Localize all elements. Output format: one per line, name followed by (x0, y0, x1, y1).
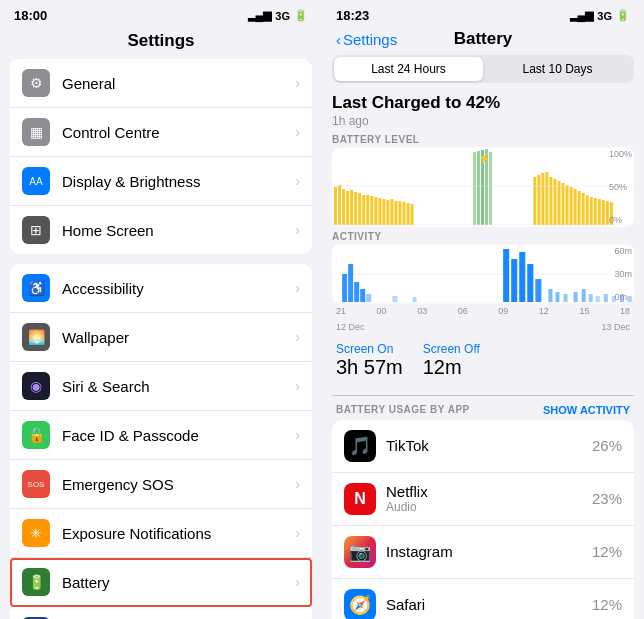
svg-rect-66 (564, 294, 568, 302)
svg-rect-16 (398, 201, 401, 225)
settings-item-control-centre[interactable]: ▦Control Centre› (10, 108, 312, 157)
app-name-3: Safari (386, 596, 592, 613)
left-panel: 18:00 ▂▄▆ 3G 🔋 Settings ⚙General›▦Contro… (0, 0, 322, 619)
settings-item-exposure[interactable]: ✳Exposure Notifications› (10, 509, 312, 558)
charge-title: Last Charged to 42% (332, 93, 634, 113)
app-pct-1: 23% (592, 490, 622, 507)
app-icon-tiktok: 🎵 (344, 430, 376, 462)
app-usage-item-2[interactable]: 📷Instagram12% (332, 526, 634, 579)
svg-rect-38 (582, 193, 585, 225)
app-name-2: Instagram (386, 543, 592, 560)
time-label-21: 21 (336, 306, 346, 316)
faceid-label: Face ID & Passcode (62, 427, 291, 444)
svg-rect-58 (413, 297, 417, 302)
right-time: 18:23 (336, 8, 369, 23)
svg-rect-11 (378, 198, 381, 225)
svg-rect-32 (557, 181, 560, 225)
svg-rect-10 (374, 197, 377, 225)
svg-rect-20 (473, 152, 476, 225)
svg-rect-5 (354, 192, 357, 225)
general-chevron: › (295, 75, 300, 91)
svg-rect-45 (610, 202, 613, 225)
settings-item-home-screen[interactable]: ⊞Home Screen› (10, 206, 312, 254)
battery-content: Last 24 Hours Last 10 Days Last Charged … (322, 55, 644, 619)
time-label-18: 18 (620, 306, 630, 316)
settings-sections: ⚙General›▦Control Centre›AADisplay & Bri… (0, 59, 322, 619)
app-info-3: Safari (386, 596, 592, 613)
accessibility-chevron: › (295, 280, 300, 296)
svg-rect-12 (382, 199, 385, 225)
svg-rect-63 (535, 279, 541, 302)
svg-rect-28 (541, 173, 544, 225)
svg-rect-13 (386, 200, 389, 225)
svg-rect-18 (406, 203, 409, 225)
settings-item-wallpaper[interactable]: 🌅Wallpaper› (10, 313, 312, 362)
date-labels: 12 Dec 13 Dec (332, 322, 634, 336)
battery-icon: 🔋 (294, 9, 308, 22)
wallpaper-label: Wallpaper (62, 329, 291, 346)
svg-rect-65 (555, 292, 559, 302)
left-status-bar: 18:00 ▂▄▆ 3G 🔋 (0, 0, 322, 27)
app-usage-item-0[interactable]: 🎵TikTok26% (332, 420, 634, 473)
settings-item-general[interactable]: ⚙General› (10, 59, 312, 108)
screen-off-value: 12m (423, 356, 480, 379)
svg-rect-55 (360, 289, 365, 302)
right-nav: ‹ Settings Battery (322, 27, 644, 55)
svg-rect-44 (606, 201, 609, 225)
segment-24h[interactable]: Last 24 Hours (334, 57, 483, 81)
svg-rect-6 (358, 193, 361, 225)
settings-item-siri[interactable]: ◉Siri & Search› (10, 362, 312, 411)
right-signal-icon: ▂▄▆ (570, 9, 594, 22)
settings-item-accessibility[interactable]: ♿Accessibility› (10, 264, 312, 313)
screen-on-stat: Screen On 3h 57m (336, 342, 403, 379)
svg-rect-2 (342, 189, 345, 225)
usage-header: BATTERY USAGE BY APP SHOW ACTIVITY (332, 400, 634, 420)
svg-rect-40 (590, 197, 593, 225)
settings-item-display[interactable]: AADisplay & Brightness› (10, 157, 312, 206)
time-label-09: 09 (498, 306, 508, 316)
app-usage-item-1[interactable]: NNetflixAudio23% (332, 473, 634, 526)
control-centre-chevron: › (295, 124, 300, 140)
time-label-12: 12 (539, 306, 549, 316)
svg-rect-74 (627, 296, 632, 302)
accessibility-label: Accessibility (62, 280, 291, 297)
settings-item-faceid[interactable]: 🔓Face ID & Passcode› (10, 411, 312, 460)
accessibility-icon: ♿ (22, 274, 50, 302)
svg-rect-36 (574, 189, 577, 225)
screen-on-label: Screen On (336, 342, 403, 356)
show-activity-button[interactable]: SHOW ACTIVITY (543, 404, 630, 416)
date-left: 12 Dec (336, 322, 365, 332)
app-pct-3: 12% (592, 596, 622, 613)
settings-item-privacy[interactable]: ✋Privacy› (10, 607, 312, 619)
settings-title: Settings (0, 27, 322, 59)
settings-item-battery[interactable]: 🔋Battery› (10, 558, 312, 607)
usage-title: BATTERY USAGE BY APP (336, 404, 470, 415)
svg-rect-53 (348, 264, 353, 302)
app-pct-2: 12% (592, 543, 622, 560)
svg-rect-71 (604, 294, 608, 302)
settings-item-sos[interactable]: SOSEmergency SOS› (10, 460, 312, 509)
svg-rect-42 (598, 199, 601, 225)
battery-chevron: › (295, 574, 300, 590)
back-button[interactable]: ‹ Settings (336, 31, 397, 48)
svg-rect-73 (620, 294, 624, 302)
time-label-15: 15 (579, 306, 589, 316)
time-labels: 2100030609121518 (332, 306, 634, 316)
home-screen-icon: ⊞ (22, 216, 50, 244)
battery-page-title: Battery (454, 29, 513, 49)
svg-rect-14 (390, 199, 393, 225)
svg-rect-9 (370, 196, 373, 225)
exposure-chevron: › (295, 525, 300, 541)
svg-rect-0 (334, 187, 337, 225)
screen-stats: Screen On 3h 57m Screen Off 12m (332, 336, 634, 385)
svg-rect-39 (586, 195, 589, 225)
display-label: Display & Brightness (62, 173, 291, 190)
left-status-icons: ▂▄▆ 3G 🔋 (248, 9, 308, 22)
segment-10d[interactable]: Last 10 Days (483, 57, 632, 81)
activity-label: ACTIVITY (332, 231, 634, 242)
home-screen-label: Home Screen (62, 222, 291, 239)
svg-rect-19 (411, 204, 414, 225)
battery-icon: 🔋 (22, 568, 50, 596)
time-label-00: 00 (377, 306, 387, 316)
app-usage-item-3[interactable]: 🧭Safari12% (332, 579, 634, 620)
